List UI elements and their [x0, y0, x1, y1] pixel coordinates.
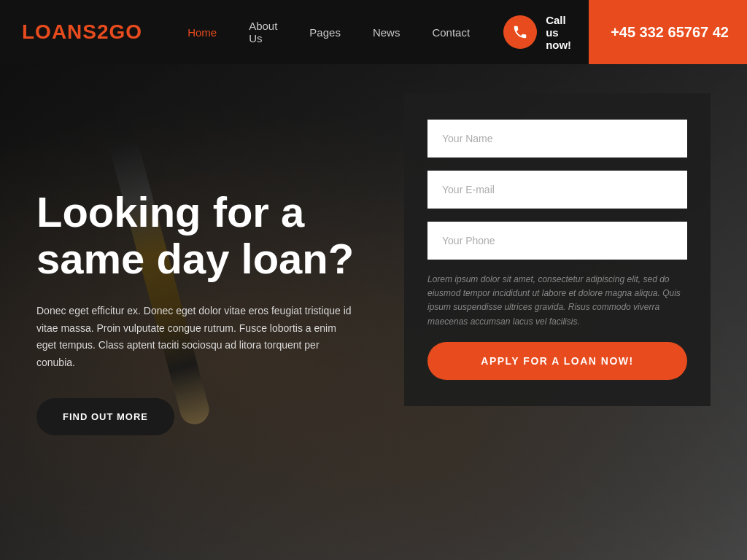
phone-icon-circle [503, 15, 537, 49]
nav-item-home[interactable]: Home [171, 0, 233, 64]
phone-icon [512, 24, 528, 40]
phone-number-box[interactable]: +45 332 65767 42 [589, 0, 747, 64]
call-label: Call us now! [546, 14, 571, 51]
call-section: Call us now! [486, 14, 589, 51]
main-nav: Home About Us Pages News Contact [164, 0, 486, 64]
logo-loans: LOANS [22, 20, 97, 43]
logo[interactable]: LOANS2GO [0, 20, 164, 44]
nav-item-about[interactable]: About Us [233, 0, 293, 64]
logo-go: GO [109, 20, 143, 43]
nav-item-pages[interactable]: Pages [293, 0, 357, 64]
phone-input[interactable] [427, 222, 687, 260]
hero-content: Looking for a same day loan? Donec eget … [0, 64, 747, 560]
logo-2: 2 [97, 20, 109, 43]
hero-description: Donec eget efficitur ex. Donec eget dolo… [36, 303, 357, 372]
nav-item-contact[interactable]: Contact [416, 0, 486, 64]
email-input[interactable] [427, 171, 687, 209]
header: LOANS2GO Home About Us Pages News Contac… [0, 0, 747, 64]
apply-button[interactable]: APPLY FOR A LOAN NOW! [427, 342, 687, 380]
loan-form-panel: Lorem ipsum dolor sit amet, consectetur … [404, 93, 711, 406]
find-out-button[interactable]: FIND OUT MORE [36, 398, 174, 435]
name-input[interactable] [427, 120, 687, 158]
form-disclaimer: Lorem ipsum dolor sit amet, consectetur … [427, 273, 687, 329]
hero-title: Looking for a same day loan? [36, 189, 375, 282]
hero-section: Looking for a same day loan? Donec eget … [0, 64, 747, 560]
nav-item-news[interactable]: News [357, 0, 417, 64]
phone-number: +45 332 65767 42 [611, 24, 729, 41]
hero-left: Looking for a same day loan? Donec eget … [36, 93, 375, 531]
